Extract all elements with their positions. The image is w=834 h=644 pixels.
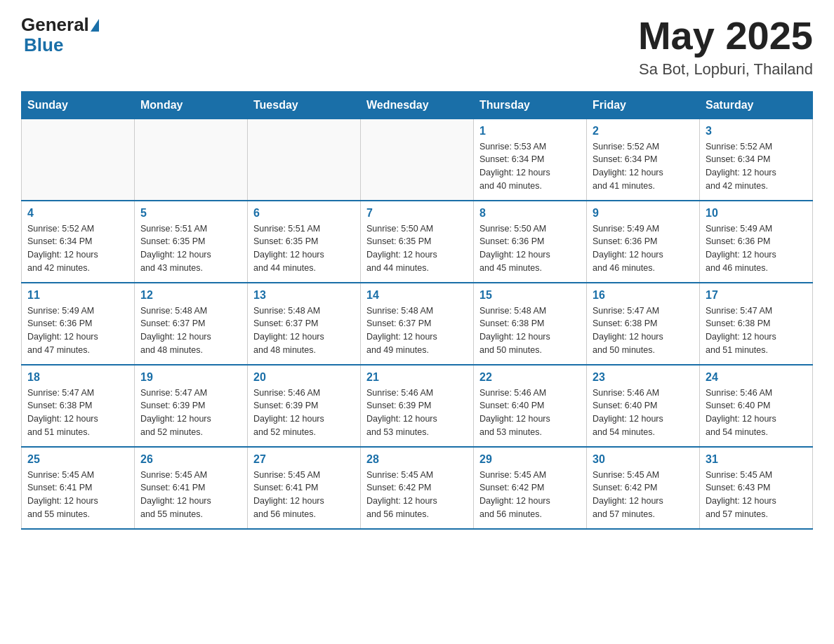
day-number: 11	[27, 289, 128, 302]
day-info: Sunrise: 5:45 AM Sunset: 6:42 PM Dayligh…	[593, 469, 694, 521]
day-number: 25	[27, 453, 128, 466]
calendar-week-row: 18Sunrise: 5:47 AM Sunset: 6:38 PM Dayli…	[22, 365, 813, 447]
weekday-header-tuesday: Tuesday	[248, 91, 361, 119]
weekday-header-friday: Friday	[587, 91, 700, 119]
day-info: Sunrise: 5:51 AM Sunset: 6:35 PM Dayligh…	[140, 222, 241, 275]
calendar-cell: 3Sunrise: 5:52 AM Sunset: 6:34 PM Daylig…	[700, 119, 813, 201]
day-info: Sunrise: 5:46 AM Sunset: 6:39 PM Dayligh…	[366, 387, 468, 439]
day-info: Sunrise: 5:51 AM Sunset: 6:35 PM Dayligh…	[253, 222, 355, 275]
day-number: 2	[593, 125, 694, 137]
day-info: Sunrise: 5:45 AM Sunset: 6:43 PM Dayligh…	[706, 469, 807, 521]
calendar-cell: 16Sunrise: 5:47 AM Sunset: 6:38 PM Dayli…	[587, 283, 700, 365]
calendar-cell: 4Sunrise: 5:52 AM Sunset: 6:34 PM Daylig…	[22, 201, 135, 283]
header-title-block: May 2025 Sa Bot, Lopburi, Thailand	[638, 14, 813, 79]
calendar-cell: 12Sunrise: 5:48 AM Sunset: 6:37 PM Dayli…	[135, 283, 248, 365]
logo: General Blue	[21, 14, 99, 56]
day-number: 19	[140, 371, 241, 384]
day-number: 7	[366, 207, 468, 220]
day-info: Sunrise: 5:46 AM Sunset: 6:39 PM Dayligh…	[253, 387, 355, 439]
weekday-header-saturday: Saturday	[700, 91, 813, 119]
calendar-cell: 29Sunrise: 5:45 AM Sunset: 6:42 PM Dayli…	[474, 447, 587, 529]
weekday-header-wednesday: Wednesday	[361, 91, 474, 119]
day-info: Sunrise: 5:49 AM Sunset: 6:36 PM Dayligh…	[27, 304, 128, 357]
day-info: Sunrise: 5:52 AM Sunset: 6:34 PM Dayligh…	[27, 222, 128, 275]
calendar-cell: 28Sunrise: 5:45 AM Sunset: 6:42 PM Dayli…	[361, 447, 474, 529]
day-number: 23	[593, 371, 694, 384]
day-info: Sunrise: 5:53 AM Sunset: 6:34 PM Dayligh…	[479, 140, 581, 193]
day-number: 5	[140, 207, 241, 220]
calendar-cell: 21Sunrise: 5:46 AM Sunset: 6:39 PM Dayli…	[361, 365, 474, 447]
day-info: Sunrise: 5:50 AM Sunset: 6:35 PM Dayligh…	[366, 222, 468, 275]
calendar-header-row: SundayMondayTuesdayWednesdayThursdayFrid…	[22, 91, 813, 119]
day-number: 3	[706, 125, 807, 137]
calendar-cell: 26Sunrise: 5:45 AM Sunset: 6:41 PM Dayli…	[135, 447, 248, 529]
calendar-week-row: 1Sunrise: 5:53 AM Sunset: 6:34 PM Daylig…	[22, 119, 813, 201]
day-number: 17	[706, 289, 807, 302]
month-title: May 2025	[638, 14, 813, 58]
day-number: 18	[27, 371, 128, 384]
day-number: 4	[27, 207, 128, 220]
day-number: 31	[706, 453, 807, 466]
page-header: General Blue May 2025 Sa Bot, Lopburi, T…	[21, 14, 813, 79]
day-info: Sunrise: 5:45 AM Sunset: 6:42 PM Dayligh…	[479, 469, 581, 521]
calendar-cell: 15Sunrise: 5:48 AM Sunset: 6:38 PM Dayli…	[474, 283, 587, 365]
calendar-week-row: 11Sunrise: 5:49 AM Sunset: 6:36 PM Dayli…	[22, 283, 813, 365]
day-info: Sunrise: 5:45 AM Sunset: 6:42 PM Dayligh…	[366, 469, 468, 521]
calendar-cell: 22Sunrise: 5:46 AM Sunset: 6:40 PM Dayli…	[474, 365, 587, 447]
day-info: Sunrise: 5:49 AM Sunset: 6:36 PM Dayligh…	[593, 222, 694, 275]
weekday-header-thursday: Thursday	[474, 91, 587, 119]
day-info: Sunrise: 5:47 AM Sunset: 6:38 PM Dayligh…	[593, 304, 694, 357]
weekday-header-sunday: Sunday	[22, 91, 135, 119]
calendar-cell: 6Sunrise: 5:51 AM Sunset: 6:35 PM Daylig…	[248, 201, 361, 283]
day-number: 12	[140, 289, 241, 302]
calendar-week-row: 25Sunrise: 5:45 AM Sunset: 6:41 PM Dayli…	[22, 447, 813, 529]
calendar-week-row: 4Sunrise: 5:52 AM Sunset: 6:34 PM Daylig…	[22, 201, 813, 283]
calendar-cell: 14Sunrise: 5:48 AM Sunset: 6:37 PM Dayli…	[361, 283, 474, 365]
day-info: Sunrise: 5:52 AM Sunset: 6:34 PM Dayligh…	[593, 140, 694, 193]
day-number: 9	[593, 207, 694, 220]
calendar-cell: 25Sunrise: 5:45 AM Sunset: 6:41 PM Dayli…	[22, 447, 135, 529]
day-info: Sunrise: 5:48 AM Sunset: 6:38 PM Dayligh…	[479, 304, 581, 357]
day-number: 28	[366, 453, 468, 466]
calendar-cell	[22, 119, 135, 201]
day-info: Sunrise: 5:45 AM Sunset: 6:41 PM Dayligh…	[27, 469, 128, 521]
day-info: Sunrise: 5:47 AM Sunset: 6:38 PM Dayligh…	[27, 387, 128, 439]
logo-triangle-icon	[91, 19, 99, 32]
day-number: 10	[706, 207, 807, 220]
weekday-header-monday: Monday	[135, 91, 248, 119]
day-info: Sunrise: 5:46 AM Sunset: 6:40 PM Dayligh…	[706, 387, 807, 439]
day-number: 29	[479, 453, 581, 466]
day-number: 27	[253, 453, 355, 466]
calendar-cell: 23Sunrise: 5:46 AM Sunset: 6:40 PM Dayli…	[587, 365, 700, 447]
calendar-cell: 13Sunrise: 5:48 AM Sunset: 6:37 PM Dayli…	[248, 283, 361, 365]
logo-general-text: General	[21, 14, 89, 35]
day-info: Sunrise: 5:45 AM Sunset: 6:41 PM Dayligh…	[253, 469, 355, 521]
calendar-table: SundayMondayTuesdayWednesdayThursdayFrid…	[21, 91, 813, 530]
day-number: 21	[366, 371, 468, 384]
day-info: Sunrise: 5:52 AM Sunset: 6:34 PM Dayligh…	[706, 140, 807, 193]
calendar-cell: 11Sunrise: 5:49 AM Sunset: 6:36 PM Dayli…	[22, 283, 135, 365]
logo-blue-text: Blue	[24, 34, 99, 56]
location-title: Sa Bot, Lopburi, Thailand	[638, 60, 813, 79]
day-info: Sunrise: 5:49 AM Sunset: 6:36 PM Dayligh…	[706, 222, 807, 275]
calendar-cell: 31Sunrise: 5:45 AM Sunset: 6:43 PM Dayli…	[700, 447, 813, 529]
calendar-cell: 2Sunrise: 5:52 AM Sunset: 6:34 PM Daylig…	[587, 119, 700, 201]
calendar-cell: 27Sunrise: 5:45 AM Sunset: 6:41 PM Dayli…	[248, 447, 361, 529]
day-number: 16	[593, 289, 694, 302]
calendar-cell: 8Sunrise: 5:50 AM Sunset: 6:36 PM Daylig…	[474, 201, 587, 283]
calendar-cell	[361, 119, 474, 201]
day-number: 22	[479, 371, 581, 384]
calendar-cell: 24Sunrise: 5:46 AM Sunset: 6:40 PM Dayli…	[700, 365, 813, 447]
day-info: Sunrise: 5:46 AM Sunset: 6:40 PM Dayligh…	[479, 387, 581, 439]
calendar-cell: 18Sunrise: 5:47 AM Sunset: 6:38 PM Dayli…	[22, 365, 135, 447]
calendar-cell: 19Sunrise: 5:47 AM Sunset: 6:39 PM Dayli…	[135, 365, 248, 447]
calendar-cell: 7Sunrise: 5:50 AM Sunset: 6:35 PM Daylig…	[361, 201, 474, 283]
day-info: Sunrise: 5:45 AM Sunset: 6:41 PM Dayligh…	[140, 469, 241, 521]
calendar-cell: 9Sunrise: 5:49 AM Sunset: 6:36 PM Daylig…	[587, 201, 700, 283]
day-number: 8	[479, 207, 581, 220]
day-number: 30	[593, 453, 694, 466]
day-number: 14	[366, 289, 468, 302]
day-info: Sunrise: 5:47 AM Sunset: 6:39 PM Dayligh…	[140, 387, 241, 439]
day-number: 24	[706, 371, 807, 384]
day-info: Sunrise: 5:47 AM Sunset: 6:38 PM Dayligh…	[706, 304, 807, 357]
